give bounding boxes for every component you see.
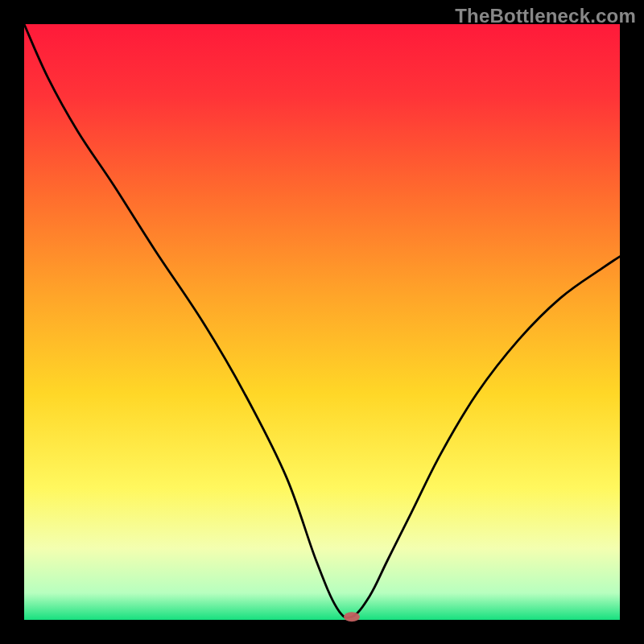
chart-stage: TheBottleneck.com	[0, 0, 644, 644]
plot-background	[24, 24, 620, 620]
chart-svg	[0, 0, 644, 644]
sweet-spot-marker	[344, 612, 360, 621]
watermark-text: TheBottleneck.com	[455, 5, 636, 27]
